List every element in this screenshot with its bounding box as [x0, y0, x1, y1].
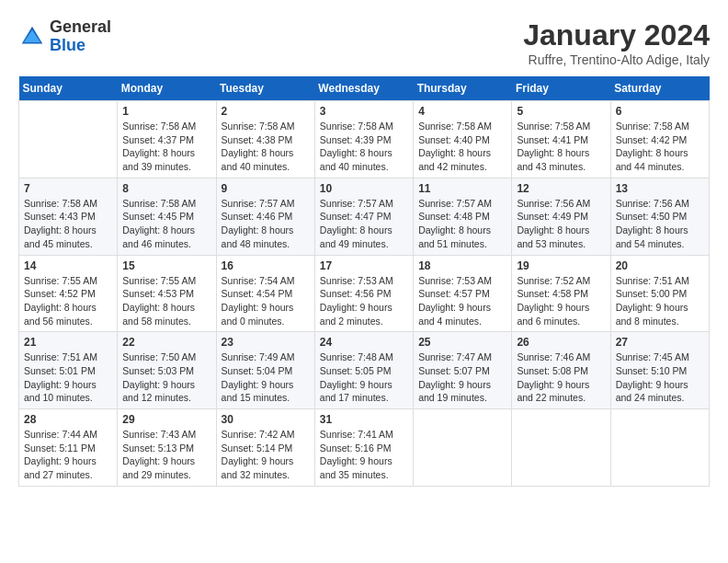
day-info: Sunrise: 7:55 AM Sunset: 4:53 PM Dayligh… — [122, 274, 210, 328]
day-number: 23 — [222, 336, 310, 349]
week-row-5: 28Sunrise: 7:44 AM Sunset: 5:11 PM Dayli… — [19, 409, 710, 487]
logo-icon — [18, 23, 46, 51]
day-info: Sunrise: 7:56 AM Sunset: 4:49 PM Dayligh… — [517, 197, 605, 251]
day-number: 21 — [24, 336, 112, 349]
day-info: Sunrise: 7:58 AM Sunset: 4:40 PM Dayligh… — [418, 120, 506, 174]
day-number: 15 — [122, 259, 210, 272]
calendar-cell: 5Sunrise: 7:58 AM Sunset: 4:41 PM Daylig… — [512, 101, 610, 178]
calendar-cell: 2Sunrise: 7:58 AM Sunset: 4:38 PM Daylig… — [216, 101, 314, 178]
day-info: Sunrise: 7:49 AM Sunset: 5:04 PM Dayligh… — [222, 350, 310, 405]
day-number: 17 — [320, 259, 408, 272]
day-info: Sunrise: 7:43 AM Sunset: 5:13 PM Dayligh… — [122, 428, 210, 482]
calendar-table: SundayMondayTuesdayWednesdayThursdayFrid… — [18, 76, 710, 487]
day-info: Sunrise: 7:55 AM Sunset: 4:52 PM Dayligh… — [24, 274, 112, 328]
day-info: Sunrise: 7:51 AM Sunset: 5:00 PM Dayligh… — [616, 274, 704, 328]
calendar-cell: 26Sunrise: 7:46 AM Sunset: 5:08 PM Dayli… — [512, 332, 610, 409]
week-row-1: 1Sunrise: 7:58 AM Sunset: 4:37 PM Daylig… — [19, 101, 710, 178]
day-number: 10 — [320, 182, 408, 195]
day-number: 20 — [616, 259, 704, 272]
day-info: Sunrise: 7:58 AM Sunset: 4:45 PM Dayligh… — [122, 197, 210, 251]
calendar-cell: 10Sunrise: 7:57 AM Sunset: 4:47 PM Dayli… — [314, 178, 413, 255]
title-block: January 2024 Ruffre, Trentino-Alto Adige… — [523, 18, 710, 67]
logo-text: General Blue — [50, 18, 111, 55]
day-number: 4 — [418, 105, 506, 118]
day-number: 31 — [320, 413, 408, 426]
day-number: 19 — [517, 259, 605, 272]
day-number: 29 — [122, 413, 210, 426]
day-number: 22 — [122, 336, 210, 349]
calendar-cell: 6Sunrise: 7:58 AM Sunset: 4:42 PM Daylig… — [610, 101, 709, 178]
calendar-cell: 1Sunrise: 7:58 AM Sunset: 4:37 PM Daylig… — [118, 101, 216, 178]
calendar-cell: 30Sunrise: 7:42 AM Sunset: 5:14 PM Dayli… — [216, 409, 314, 487]
calendar-cell: 18Sunrise: 7:53 AM Sunset: 4:57 PM Dayli… — [414, 255, 512, 332]
day-number: 1 — [122, 105, 210, 118]
day-info: Sunrise: 7:45 AM Sunset: 5:10 PM Dayligh… — [616, 350, 704, 405]
calendar-cell: 14Sunrise: 7:55 AM Sunset: 4:52 PM Dayli… — [19, 255, 118, 332]
weekday-header-row: SundayMondayTuesdayWednesdayThursdayFrid… — [19, 76, 710, 101]
day-info: Sunrise: 7:53 AM Sunset: 4:57 PM Dayligh… — [418, 274, 506, 328]
calendar-cell — [414, 409, 512, 487]
day-info: Sunrise: 7:58 AM Sunset: 4:38 PM Dayligh… — [222, 120, 310, 174]
day-info: Sunrise: 7:57 AM Sunset: 4:47 PM Dayligh… — [320, 197, 408, 251]
day-number: 30 — [222, 413, 310, 426]
day-info: Sunrise: 7:53 AM Sunset: 4:56 PM Dayligh… — [320, 274, 408, 328]
month-title: January 2024 — [523, 18, 710, 52]
day-number: 27 — [616, 336, 704, 349]
calendar-cell: 24Sunrise: 7:48 AM Sunset: 5:05 PM Dayli… — [314, 332, 413, 409]
day-info: Sunrise: 7:58 AM Sunset: 4:43 PM Dayligh… — [24, 197, 112, 251]
weekday-header-tuesday: Tuesday — [216, 76, 314, 101]
calendar-cell: 22Sunrise: 7:50 AM Sunset: 5:03 PM Dayli… — [118, 332, 216, 409]
day-number: 12 — [517, 182, 605, 195]
day-number: 26 — [517, 336, 605, 349]
day-info: Sunrise: 7:44 AM Sunset: 5:11 PM Dayligh… — [24, 428, 112, 482]
calendar-cell: 13Sunrise: 7:56 AM Sunset: 4:50 PM Dayli… — [610, 178, 709, 255]
weekday-header-friday: Friday — [512, 76, 610, 101]
calendar-cell: 4Sunrise: 7:58 AM Sunset: 4:40 PM Daylig… — [414, 101, 512, 178]
weekday-header-wednesday: Wednesday — [314, 76, 413, 101]
calendar-cell — [610, 409, 709, 487]
day-info: Sunrise: 7:57 AM Sunset: 4:48 PM Dayligh… — [418, 197, 506, 251]
calendar-cell: 19Sunrise: 7:52 AM Sunset: 4:58 PM Dayli… — [512, 255, 610, 332]
day-info: Sunrise: 7:46 AM Sunset: 5:08 PM Dayligh… — [517, 350, 605, 405]
day-info: Sunrise: 7:50 AM Sunset: 5:03 PM Dayligh… — [122, 350, 210, 405]
calendar-cell: 9Sunrise: 7:57 AM Sunset: 4:46 PM Daylig… — [216, 178, 314, 255]
day-number: 25 — [418, 336, 506, 349]
day-number: 9 — [222, 182, 310, 195]
day-info: Sunrise: 7:48 AM Sunset: 5:05 PM Dayligh… — [320, 350, 408, 405]
day-number: 7 — [24, 182, 112, 195]
calendar-cell: 21Sunrise: 7:51 AM Sunset: 5:01 PM Dayli… — [19, 332, 118, 409]
calendar-cell: 15Sunrise: 7:55 AM Sunset: 4:53 PM Dayli… — [118, 255, 216, 332]
calendar-cell: 7Sunrise: 7:58 AM Sunset: 4:43 PM Daylig… — [19, 178, 118, 255]
logo: General Blue — [18, 18, 111, 55]
day-info: Sunrise: 7:42 AM Sunset: 5:14 PM Dayligh… — [222, 428, 310, 482]
calendar-cell: 23Sunrise: 7:49 AM Sunset: 5:04 PM Dayli… — [216, 332, 314, 409]
day-number: 16 — [222, 259, 310, 272]
day-number: 2 — [222, 105, 310, 118]
day-info: Sunrise: 7:51 AM Sunset: 5:01 PM Dayligh… — [24, 350, 112, 405]
calendar-cell: 29Sunrise: 7:43 AM Sunset: 5:13 PM Dayli… — [118, 409, 216, 487]
day-info: Sunrise: 7:56 AM Sunset: 4:50 PM Dayligh… — [616, 197, 704, 251]
page-header: General Blue January 2024 Ruffre, Trenti… — [18, 18, 710, 67]
week-row-2: 7Sunrise: 7:58 AM Sunset: 4:43 PM Daylig… — [19, 178, 710, 255]
week-row-4: 21Sunrise: 7:51 AM Sunset: 5:01 PM Dayli… — [19, 332, 710, 409]
day-number: 24 — [320, 336, 408, 349]
weekday-header-saturday: Saturday — [610, 76, 709, 101]
day-info: Sunrise: 7:58 AM Sunset: 4:41 PM Dayligh… — [517, 120, 605, 174]
weekday-header-thursday: Thursday — [414, 76, 512, 101]
calendar-cell: 8Sunrise: 7:58 AM Sunset: 4:45 PM Daylig… — [118, 178, 216, 255]
day-info: Sunrise: 7:58 AM Sunset: 4:42 PM Dayligh… — [616, 120, 704, 174]
calendar-cell: 27Sunrise: 7:45 AM Sunset: 5:10 PM Dayli… — [610, 332, 709, 409]
day-info: Sunrise: 7:58 AM Sunset: 4:39 PM Dayligh… — [320, 120, 408, 174]
day-number: 3 — [320, 105, 408, 118]
calendar-cell: 12Sunrise: 7:56 AM Sunset: 4:49 PM Dayli… — [512, 178, 610, 255]
day-info: Sunrise: 7:58 AM Sunset: 4:37 PM Dayligh… — [122, 120, 210, 174]
day-info: Sunrise: 7:52 AM Sunset: 4:58 PM Dayligh… — [517, 274, 605, 328]
day-number: 28 — [24, 413, 112, 426]
calendar-cell: 25Sunrise: 7:47 AM Sunset: 5:07 PM Dayli… — [414, 332, 512, 409]
day-number: 14 — [24, 259, 112, 272]
calendar-cell: 16Sunrise: 7:54 AM Sunset: 4:54 PM Dayli… — [216, 255, 314, 332]
week-row-3: 14Sunrise: 7:55 AM Sunset: 4:52 PM Dayli… — [19, 255, 710, 332]
calendar-cell — [512, 409, 610, 487]
day-number: 13 — [616, 182, 704, 195]
calendar-cell: 28Sunrise: 7:44 AM Sunset: 5:11 PM Dayli… — [19, 409, 118, 487]
